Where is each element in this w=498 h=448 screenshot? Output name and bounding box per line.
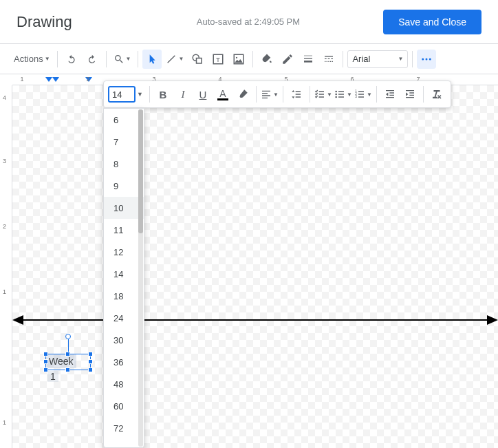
bulleted-list-button[interactable]: ▼ [334, 85, 353, 104]
svg-rect-13 [237, 98, 248, 99]
svg-point-10 [422, 58, 424, 60]
redo-button[interactable] [83, 50, 102, 69]
select-tool[interactable] [142, 50, 162, 69]
numbered-list-button[interactable]: 123▼ [354, 85, 373, 104]
ruler-v-number: 2 [3, 223, 6, 230]
svg-point-5 [236, 56, 237, 58]
underline-button[interactable]: U [193, 85, 213, 104]
checklist-button[interactable]: ▼ [314, 85, 333, 104]
svg-text:T: T [216, 55, 220, 63]
ruler-h-number: 2 [86, 76, 89, 83]
save-and-close-button[interactable]: Save and Close [383, 10, 481, 34]
vertical-ruler: 43211 [0, 85, 12, 448]
zoom-button[interactable]: ▼ [111, 50, 134, 69]
increase-indent-button[interactable] [400, 85, 420, 104]
text-format-toolbar: ▼ B I U A ▼ ▼ ▼ 123▼ [103, 81, 451, 108]
more-options-button[interactable] [417, 50, 436, 69]
textbox-text-line2[interactable]: 1 [47, 371, 58, 382]
decrease-indent-button[interactable] [380, 85, 400, 104]
svg-point-14 [335, 91, 337, 93]
separator [412, 51, 413, 67]
actions-menu[interactable]: Actions▼ [11, 50, 53, 69]
italic-button[interactable]: I [173, 85, 193, 104]
svg-rect-8 [304, 61, 312, 63]
svg-point-12 [429, 58, 431, 60]
resize-handle-s[interactable] [65, 367, 70, 372]
indent-marker-first[interactable] [52, 77, 59, 82]
dropdown-scrollbar-thumb[interactable] [138, 109, 143, 233]
resize-handle-sw[interactable] [43, 367, 48, 372]
resize-handle-nw[interactable] [43, 352, 48, 356]
fill-color-button[interactable] [257, 50, 277, 69]
svg-text:3: 3 [355, 95, 357, 98]
align-button[interactable]: ▼ [260, 85, 279, 104]
separator [252, 51, 253, 67]
resize-handle-w[interactable] [43, 359, 48, 364]
ruler-h-number: 1 [20, 76, 23, 83]
separator [310, 86, 310, 103]
autosave-status: Auto-saved at 2:49:05 PM [72, 17, 383, 27]
textbox-tool[interactable]: T [208, 50, 228, 69]
font-size-dropdown-icon[interactable]: ▼ [137, 91, 143, 98]
separator [149, 86, 150, 103]
svg-rect-6 [304, 55, 312, 56]
svg-point-15 [335, 94, 337, 96]
image-tool[interactable] [229, 50, 248, 69]
svg-rect-1 [197, 58, 202, 63]
separator [283, 86, 283, 103]
shape-line[interactable] [17, 319, 494, 321]
shape-tool[interactable] [188, 50, 207, 69]
svg-point-16 [335, 96, 337, 98]
undo-button[interactable] [62, 50, 81, 69]
highlight-color-button[interactable] [233, 85, 252, 104]
indent-marker-left[interactable] [45, 77, 52, 82]
ruler-v-number: 1 [3, 419, 6, 426]
drawing-canvas[interactable]: Week 1 [12, 85, 498, 448]
resize-handle-n[interactable] [65, 352, 70, 356]
bold-button[interactable]: B [153, 85, 173, 104]
clear-formatting-button[interactable] [427, 85, 446, 104]
border-color-button[interactable] [278, 50, 297, 69]
dialog-title: Drawing [17, 13, 72, 31]
svg-point-11 [426, 58, 428, 60]
rotation-connector [68, 339, 69, 352]
separator [343, 51, 343, 67]
border-dash-button[interactable] [319, 50, 338, 69]
dialog-header: Drawing Auto-saved at 2:49:05 PM Save an… [0, 0, 498, 44]
resize-handle-se[interactable] [88, 367, 93, 372]
main-toolbar: Actions▼ ▼ ▼ T Arial▼ [0, 44, 498, 74]
line-tool[interactable]: ▼ [163, 50, 186, 69]
line-arrowhead-left [12, 315, 23, 325]
border-weight-button[interactable] [299, 50, 318, 69]
separator [376, 86, 377, 103]
svg-rect-9 [325, 56, 333, 56]
ruler-v-number: 4 [3, 94, 6, 101]
ruler-v-number: 3 [3, 158, 6, 164]
font-size-input[interactable] [108, 86, 136, 103]
line-arrowhead-right [487, 315, 498, 325]
text-color-button[interactable]: A [213, 85, 232, 104]
separator [138, 51, 138, 67]
font-size-dropdown[interactable]: 6789101112141824303648607296 [103, 108, 144, 448]
font-family-select[interactable]: Arial▼ [347, 50, 408, 68]
separator [57, 51, 58, 67]
line-spacing-button[interactable] [287, 85, 306, 104]
textbox-text-line1[interactable]: Week [46, 354, 76, 368]
resize-handle-e[interactable] [88, 359, 93, 364]
ruler-v-number: 1 [3, 288, 6, 295]
separator [106, 51, 107, 67]
resize-handle-ne[interactable] [88, 352, 93, 356]
selected-textbox[interactable]: Week 1 [45, 354, 91, 370]
separator [256, 86, 257, 103]
rotation-handle[interactable] [65, 334, 71, 339]
separator [423, 86, 424, 103]
svg-rect-7 [304, 58, 312, 58]
